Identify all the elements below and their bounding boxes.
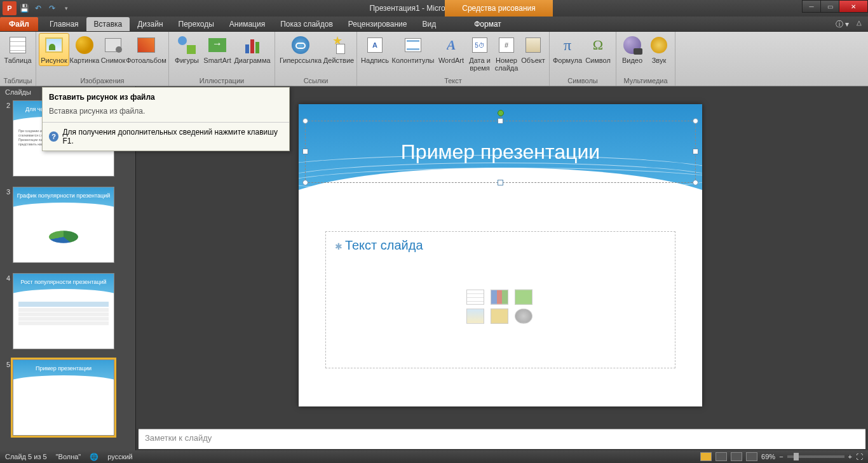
headerfooter-button[interactable]: Колонтитулы [390, 33, 436, 66]
audio-button[interactable]: Звук [646, 33, 672, 66]
contextual-tab-header: Средства рисования [445, 0, 553, 17]
smartart-button[interactable]: SmartArt [202, 33, 233, 66]
clipart-button[interactable]: Картинка [69, 33, 100, 66]
action-button[interactable]: Действие [323, 33, 354, 66]
thumbnail-row[interactable]: 5 Пример презентации [4, 359, 135, 436]
slide-thumbnail-selected[interactable]: Пример презентации [13, 359, 114, 436]
video-button[interactable]: Видео [619, 33, 646, 66]
status-slide-info: Слайд 5 из 5 [5, 453, 47, 460]
tab-home[interactable]: Главная [42, 17, 86, 31]
notes-pane[interactable]: Заметки к слайду [139, 429, 865, 449]
datetime-icon: 5⏱ [470, 35, 490, 55]
reading-view-button[interactable] [731, 452, 742, 461]
fit-slide-icon[interactable]: ⛶ [856, 453, 863, 460]
table-button[interactable]: Таблица [3, 33, 33, 66]
tab-transitions[interactable]: Переходы [171, 17, 222, 31]
picture-label: Рисунок [41, 57, 67, 64]
slidenum-icon: # [496, 35, 517, 55]
datetime-button[interactable]: 5⏱Дата и время [466, 33, 493, 74]
wordart-label: WordArt [438, 57, 464, 64]
resize-handle[interactable] [693, 118, 698, 124]
table-label: Таблица [4, 57, 31, 64]
save-icon[interactable]: 💾 [18, 2, 31, 15]
zoom-slider[interactable] [787, 455, 844, 458]
group-text-label: Текст [360, 76, 546, 86]
thumbnail-row[interactable]: 4 Рост популярности презентаций [4, 273, 135, 349]
sorter-view-button[interactable] [715, 452, 727, 461]
language-icon[interactable]: 🌐 [90, 453, 98, 461]
slide-thumbnail[interactable]: График популярности презентаций [13, 187, 114, 263]
chart-button[interactable]: Диаграмма [233, 33, 272, 66]
resize-handle[interactable] [302, 118, 308, 124]
slide-canvas[interactable]: Пример презентации Текст слайда [299, 104, 702, 406]
tab-view[interactable]: Вид [415, 17, 444, 31]
resize-handle[interactable] [302, 180, 308, 185]
ribbon: Таблица Таблицы Рисунок Картинка Снимок … [0, 32, 868, 86]
thumbnail-row[interactable]: 3 График популярности презентаций [4, 187, 135, 263]
maximize-button[interactable]: ▭ [820, 0, 839, 13]
textbox-icon: A [365, 35, 385, 55]
tab-file[interactable]: Файл [0, 17, 38, 31]
symbol-icon: Ω [588, 35, 608, 55]
rotation-handle-icon[interactable] [498, 110, 504, 116]
group-text: AНадпись Колонтитулы AWordArt 5⏱Дата и в… [357, 32, 550, 86]
hyperlink-button[interactable]: Гиперссылка [278, 33, 323, 66]
tab-slideshow[interactable]: Показ слайдов [273, 17, 341, 31]
close-button[interactable]: ✕ [839, 0, 868, 13]
thumb-number: 2 [4, 100, 10, 109]
thumb-title: График популярности презентаций [13, 192, 114, 199]
shapes-button[interactable]: Фигуры [172, 33, 202, 66]
minimize-button[interactable]: ─ [802, 0, 821, 13]
wordart-button[interactable]: AWordArt [436, 33, 466, 66]
tab-animations[interactable]: Анимация [222, 17, 273, 31]
resize-handle[interactable] [302, 149, 308, 154]
resize-handle[interactable] [498, 180, 503, 185]
app-logo-icon[interactable]: P [3, 1, 17, 15]
slidenum-button[interactable]: #Номер слайда [493, 33, 520, 74]
tooltip-footer: ? Для получения дополнительных сведений … [43, 122, 289, 151]
insert-picture-icon[interactable] [466, 309, 484, 324]
slide-title-text[interactable]: Пример презентации [401, 140, 600, 164]
qat-customize-icon[interactable]: ▾ [60, 2, 72, 15]
textbox-label: Надпись [361, 57, 389, 64]
tab-design[interactable]: Дизайн [130, 17, 170, 31]
symbol-button[interactable]: ΩСимвол [583, 33, 613, 66]
redo-icon[interactable]: ↷ [46, 2, 58, 15]
audio-icon [649, 35, 669, 55]
insert-chart-icon[interactable] [491, 290, 508, 305]
picture-button[interactable]: Рисунок [39, 33, 69, 66]
slideshow-view-button[interactable] [746, 452, 757, 461]
tab-review[interactable]: Рецензирование [341, 17, 415, 31]
textbox-button[interactable]: AНадпись [360, 33, 390, 66]
content-placeholder-text[interactable]: Текст слайда [335, 238, 666, 253]
quick-access-toolbar: P 💾 ↶ ↷ ▾ [0, 1, 72, 15]
object-label: Объект [521, 57, 545, 64]
photoalbum-button[interactable]: Фотоальбом [126, 33, 166, 66]
tab-insert[interactable]: Вставка [86, 17, 130, 31]
status-zoom[interactable]: 69% [761, 453, 775, 460]
equation-button[interactable]: πФормула [552, 33, 583, 66]
resize-handle[interactable] [693, 180, 698, 185]
slide-title-placeholder[interactable]: Пример презентации [305, 121, 696, 183]
slide-thumbnail[interactable]: Рост популярности презентаций [13, 273, 114, 349]
object-button[interactable]: Объект [520, 33, 546, 66]
insert-clipart-icon[interactable] [491, 309, 508, 324]
group-images-label: Изображения [39, 76, 166, 86]
insert-table-icon[interactable] [466, 290, 484, 305]
resize-handle[interactable] [498, 118, 503, 124]
normal-view-button[interactable] [700, 452, 712, 461]
insert-smartart-icon[interactable] [515, 290, 532, 305]
slide-content-placeholder[interactable]: Текст слайда [325, 231, 675, 368]
insert-media-icon[interactable] [515, 309, 532, 324]
group-media: Видео Звук Мультимедиа [616, 32, 675, 86]
window-controls: ─ ▭ ✕ [803, 0, 868, 14]
ribbon-collapse-icon[interactable]: △ [857, 19, 862, 26]
status-language[interactable]: русский [107, 453, 132, 460]
resize-handle[interactable] [693, 149, 698, 154]
help-icon[interactable]: ⓘ ▾ [836, 19, 849, 30]
tab-format[interactable]: Формат [466, 17, 509, 31]
zoom-in-icon[interactable]: + [848, 453, 852, 460]
zoom-out-icon[interactable]: − [779, 453, 783, 460]
undo-icon[interactable]: ↶ [32, 2, 44, 15]
screenshot-button[interactable]: Снимок [100, 33, 126, 66]
